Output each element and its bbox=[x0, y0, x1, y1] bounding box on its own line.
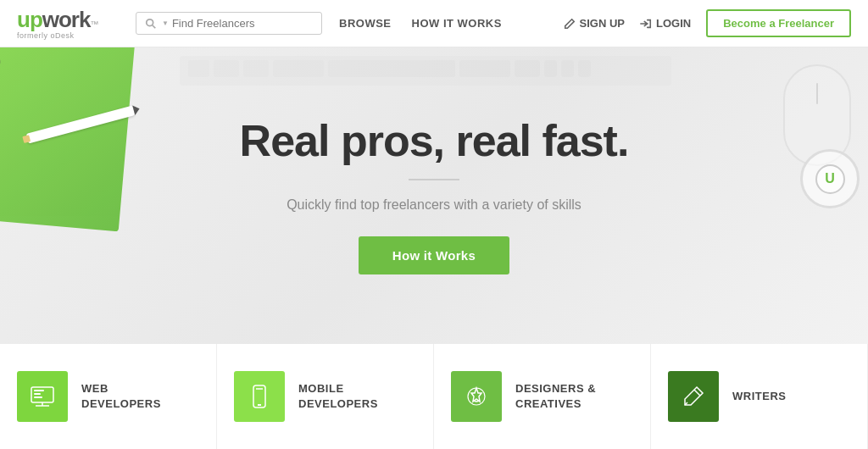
brush-icon bbox=[463, 383, 490, 410]
svg-rect-8 bbox=[459, 60, 510, 77]
category-designers-creatives[interactable]: DESIGNERS & CREATIVES bbox=[434, 344, 651, 449]
svg-point-0 bbox=[147, 19, 153, 25]
cup-decoration: U bbox=[800, 149, 860, 208]
keyboard-decoration bbox=[180, 47, 688, 90]
nav-how-it-works[interactable]: HOW IT WORKS bbox=[412, 17, 502, 30]
svg-rect-17 bbox=[34, 390, 44, 391]
become-freelancer-button[interactable]: Become a Freelancer bbox=[706, 9, 851, 37]
search-dropdown-arrow: ▼ bbox=[162, 19, 169, 27]
logo-sub: formerly oDesk bbox=[17, 31, 119, 40]
search-input[interactable] bbox=[172, 17, 308, 30]
category-mobile-developers[interactable]: MOBILE DEVELOPERS bbox=[217, 344, 434, 449]
signup-link[interactable]: SIGN UP bbox=[564, 17, 625, 30]
hero-subtitle: Quickly find top freelancers with a vari… bbox=[240, 197, 629, 213]
monitor-icon bbox=[29, 383, 56, 410]
writers-label: WRITERS bbox=[732, 389, 786, 404]
web-developers-icon-box bbox=[17, 371, 68, 422]
writers-icon-box bbox=[668, 371, 719, 422]
svg-point-23 bbox=[468, 388, 485, 405]
designers-icon-box bbox=[451, 371, 502, 422]
how-it-works-button[interactable]: How it Works bbox=[359, 236, 509, 274]
nav-browse[interactable]: BROWSE bbox=[339, 17, 392, 30]
designers-creatives-label: DESIGNERS & CREATIVES bbox=[515, 381, 596, 412]
svg-line-24 bbox=[694, 390, 700, 396]
svg-rect-18 bbox=[34, 393, 41, 395]
svg-rect-9 bbox=[515, 60, 540, 77]
hero-title: Real pros, real fast. bbox=[240, 117, 629, 165]
svg-rect-5 bbox=[243, 60, 269, 77]
svg-rect-7 bbox=[328, 60, 455, 77]
svg-rect-6 bbox=[273, 60, 324, 77]
category-writers[interactable]: WRITERS bbox=[651, 344, 868, 449]
main-nav: BROWSE HOW IT WORKS bbox=[339, 17, 564, 30]
header-actions: SIGN UP LOGIN Become a Freelancer bbox=[564, 9, 851, 37]
search-icon bbox=[145, 18, 157, 30]
smartphone-icon bbox=[246, 383, 273, 410]
hero-content: Real pros, real fast. Quickly find top f… bbox=[240, 117, 629, 274]
login-icon bbox=[640, 18, 652, 30]
mobile-developers-label: MOBILE DEVELOPERS bbox=[298, 381, 378, 412]
notebook-decoration bbox=[0, 47, 136, 231]
svg-rect-4 bbox=[214, 60, 239, 77]
header: upwork™ formerly oDesk ▼ BROWSE HOW IT W… bbox=[0, 0, 868, 47]
svg-rect-13 bbox=[31, 387, 53, 402]
web-developers-label: WEB DEVELOPERS bbox=[81, 381, 161, 412]
category-web-developers[interactable]: WEB DEVELOPERS bbox=[0, 344, 217, 449]
svg-rect-12 bbox=[578, 60, 591, 77]
pencil-edit-icon bbox=[564, 18, 576, 30]
hero-section: U Real pros, real fast. Quickly find top… bbox=[0, 47, 868, 344]
svg-rect-10 bbox=[544, 60, 557, 77]
spiral-decoration bbox=[0, 47, 3, 200]
mobile-developers-icon-box bbox=[234, 371, 285, 422]
svg-rect-11 bbox=[561, 60, 574, 77]
pencil-write-icon bbox=[680, 383, 707, 410]
logo-up: up bbox=[17, 7, 42, 33]
login-link[interactable]: LOGIN bbox=[640, 17, 691, 30]
logo-work: work bbox=[42, 7, 91, 33]
svg-line-1 bbox=[153, 25, 156, 28]
logo[interactable]: upwork™ formerly oDesk bbox=[17, 7, 119, 40]
logo-tm: ™ bbox=[90, 19, 98, 29]
hero-divider bbox=[409, 179, 459, 180]
search-bar[interactable]: ▼ bbox=[136, 12, 322, 35]
categories-section: WEB DEVELOPERS MOBILE DEVELOPERS D bbox=[0, 344, 868, 449]
svg-rect-3 bbox=[188, 60, 209, 77]
svg-rect-19 bbox=[34, 396, 42, 398]
